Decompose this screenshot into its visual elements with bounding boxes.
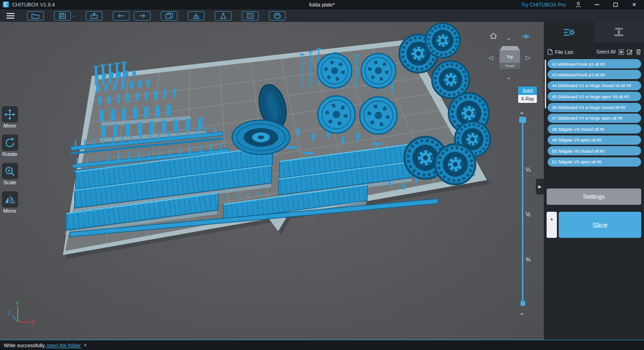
slice-row: ▲ Slice	[547, 212, 641, 238]
clip-slider-end-handle[interactable]	[521, 301, 525, 306]
flask-button[interactable]	[215, 11, 232, 20]
file-item[interactable]: 42.sideboard hook p1.stl #0	[548, 59, 641, 68]
right-panel: File List: Select All 42.sideboard hook …	[544, 22, 644, 340]
open-button[interactable]	[27, 11, 44, 20]
move-button[interactable]	[2, 106, 18, 122]
file-item[interactable]: 48.Tailgate V4 closed.stl #0	[548, 124, 641, 134]
file-list-label: File List:	[555, 49, 574, 55]
move-label: Move	[4, 123, 16, 128]
folder-icon	[31, 13, 40, 19]
save-icon	[59, 13, 66, 19]
undo-button[interactable]	[113, 11, 130, 20]
select-all-checkbox[interactable]	[618, 49, 624, 55]
select-all-label: Select All	[596, 49, 616, 54]
tab-printer[interactable]	[594, 22, 644, 42]
rotate-button[interactable]	[2, 135, 18, 151]
save-dropdown-chevron[interactable]: ⌄	[72, 13, 75, 18]
file-item[interactable]: 46.Sideboard V4 w hinge closed.stl #0	[548, 103, 641, 112]
axis-x-label: X	[32, 320, 35, 325]
edit-icon[interactable]	[627, 49, 633, 55]
slice-button[interactable]: Slice	[559, 212, 641, 238]
status-bar: Write successfully, open the folder ×	[0, 340, 644, 350]
hollow-button[interactable]	[242, 11, 259, 20]
file-item[interactable]: 45.Sideboard V2 w hinge open V5.stl #0	[548, 92, 641, 101]
file-item[interactable]: 50.Tailgate V5 closed.stl #0	[548, 146, 641, 155]
clip-slider-handle[interactable]	[519, 117, 526, 123]
viewport[interactable]: Move Rotate	[0, 22, 544, 340]
file-item[interactable]: 43.sideboard hook p3.stl #0	[548, 70, 641, 79]
clip-up-chevron[interactable]: ⌄	[519, 108, 525, 115]
settings-button[interactable]: Settings	[547, 188, 641, 205]
mirror-button[interactable]	[2, 191, 18, 208]
maximize-button[interactable]	[610, 0, 621, 9]
clip-fraction-half: ½	[526, 211, 530, 218]
panel-collapse-button[interactable]: ▶	[536, 179, 544, 195]
home-view-button[interactable]	[489, 32, 498, 41]
viewport-3d-scene[interactable]	[0, 22, 544, 340]
scale-button[interactable]	[2, 163, 18, 179]
home-icon	[489, 32, 498, 40]
flask-icon	[219, 13, 227, 19]
clip-fraction-quarter: ¼	[526, 167, 530, 173]
minimize-button[interactable]	[592, 0, 602, 9]
visibility-button[interactable]	[522, 33, 530, 41]
view-cube[interactable]: Top Front	[500, 46, 520, 69]
printer-column-icon	[614, 27, 624, 37]
rotate-icon	[4, 137, 16, 149]
export-button[interactable]	[86, 11, 103, 20]
panel-tabs	[544, 22, 644, 42]
close-button[interactable]: ✕	[629, 0, 639, 9]
chitubox-window: CHITUBOX V1.9.4 fulda plate* Try CHITUBO…	[0, 0, 644, 350]
arrow-right-icon	[138, 13, 146, 19]
slice-expand-button[interactable]: ▲	[547, 212, 557, 238]
titlebar-right: Try CHITUBOX Pro ✕	[521, 0, 644, 9]
view-cube-front-label[interactable]: Front	[500, 63, 520, 69]
axis-z-label: Z	[7, 310, 10, 316]
user-account-icon[interactable]	[573, 0, 583, 9]
view-cube-top-label[interactable]: Top	[500, 50, 520, 63]
file-item[interactable]: 44.Sideboard V2 w hinge closed v5.stl #0	[548, 81, 641, 90]
mirror-icon	[4, 194, 16, 206]
file-item[interactable]: 47.Sideboard V4 w hinge open.stl #0	[548, 114, 641, 123]
printer-icon	[273, 13, 281, 19]
titlebar: CHITUBOX V1.9.4 fulda plate* Try CHITUBO…	[0, 0, 644, 9]
tool-rotate: Rotate	[2, 135, 18, 157]
try-pro-link[interactable]: Try CHITUBOX Pro	[521, 2, 566, 7]
mirror-label: Mirror	[3, 208, 17, 214]
axis-y-label: Y	[15, 301, 19, 306]
clip-fraction-three-quarter: ¾	[526, 256, 530, 263]
orbit-right-button[interactable]: ▷	[526, 54, 530, 61]
scale-icon	[4, 165, 16, 177]
axis-gizmo: Y Z X	[4, 300, 37, 326]
settings-list-icon	[563, 28, 575, 37]
titlebar-left: CHITUBOX V1.9.4	[0, 1, 55, 8]
document-icon	[548, 49, 553, 55]
tab-slice-settings[interactable]	[544, 22, 594, 42]
support-button[interactable]	[188, 11, 205, 20]
redo-button[interactable]	[134, 11, 151, 20]
view-cube-top-face[interactable]	[500, 46, 520, 50]
file-list: 42.sideboard hook p1.stl #0 43.sideboard…	[548, 59, 641, 167]
clip-down-chevron[interactable]: ⌃	[519, 312, 525, 319]
print-button[interactable]	[269, 11, 286, 20]
file-item[interactable]: 51.Tailgate V5 open.stl #0	[548, 157, 641, 167]
status-close-icon[interactable]: ×	[83, 342, 87, 349]
toolbar: ⌄	[0, 9, 644, 22]
file-list-scrollbar[interactable]	[545, 60, 546, 108]
file-list-header: File List: Select All	[548, 49, 641, 55]
orbit-left-button[interactable]: ◁	[488, 54, 493, 61]
orbit-up-button[interactable]: ⌃	[506, 38, 511, 44]
solid-mode-button[interactable]: Solid	[518, 87, 537, 95]
menu-button[interactable]	[7, 12, 17, 20]
copy-button[interactable]	[161, 11, 178, 20]
open-folder-link[interactable]: open the folder	[47, 343, 81, 348]
clip-slider-track[interactable]	[522, 117, 523, 306]
orbit-down-button[interactable]: ⌄	[506, 74, 511, 80]
save-button[interactable]	[54, 11, 71, 20]
tool-move: Move	[2, 106, 18, 128]
xray-mode-button[interactable]: X-Ray	[518, 95, 537, 103]
trash-icon[interactable]	[636, 49, 641, 55]
copy-icon	[165, 13, 173, 19]
file-item[interactable]: 49.Tailgate V4 open.stl #0	[548, 135, 641, 145]
export-icon	[90, 13, 98, 19]
